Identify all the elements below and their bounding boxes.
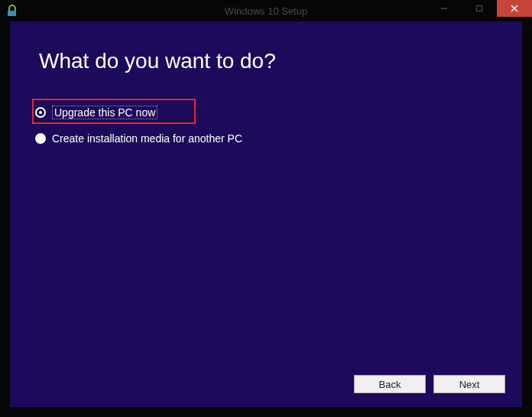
- app-icon: [6, 4, 20, 18]
- titlebar-controls: [427, 0, 532, 17]
- radio-label[interactable]: Upgrade this PC now: [52, 106, 157, 119]
- window-title: Windows 10 Setup: [225, 5, 307, 17]
- radio-label[interactable]: Create installation media for another PC: [52, 132, 242, 145]
- window: Windows 10 Setup What do you want to do?…: [0, 0, 532, 417]
- maximize-button[interactable]: [462, 0, 497, 17]
- next-button[interactable]: Next: [433, 375, 505, 393]
- radio-icon[interactable]: [35, 107, 46, 118]
- page-heading: What do you want to do?: [10, 21, 522, 73]
- back-button[interactable]: Back: [354, 375, 426, 393]
- titlebar: Windows 10 Setup: [0, 0, 532, 21]
- close-button[interactable]: [497, 0, 532, 17]
- svg-rect-2: [477, 6, 482, 11]
- svg-rect-0: [8, 11, 16, 16]
- minimize-button[interactable]: [427, 0, 462, 17]
- footer-buttons: Back Next: [354, 375, 505, 393]
- option-create-media[interactable]: Create installation media for another PC: [35, 129, 522, 148]
- options-group: Upgrade this PC now Create installation …: [10, 73, 522, 148]
- radio-icon[interactable]: [35, 133, 46, 144]
- option-upgrade-now[interactable]: Upgrade this PC now: [35, 103, 522, 122]
- content-panel: What do you want to do? Upgrade this PC …: [10, 21, 522, 407]
